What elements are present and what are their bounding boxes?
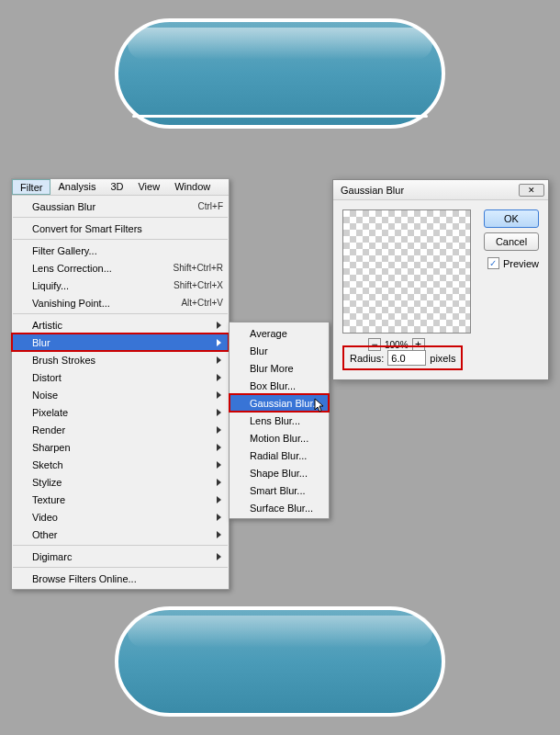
- filter-menu: Filter Analysis 3D View Window Gaussian …: [11, 178, 230, 590]
- menu-blur[interactable]: Blur: [12, 334, 229, 351]
- separator: [13, 239, 228, 240]
- submenu-blur-more[interactable]: Blur More: [230, 359, 329, 377]
- radius-input[interactable]: [387, 350, 426, 366]
- menu-other[interactable]: Other: [12, 526, 229, 543]
- dialog-body: OK Cancel ✓ Preview − 100% + Radius: pix…: [333, 200, 548, 379]
- separator: [13, 217, 228, 218]
- menubar-3d[interactable]: 3D: [103, 179, 130, 195]
- gaussian-blur-dialog: Gaussian Blur ✕ OK Cancel ✓ Preview − 10…: [332, 179, 549, 380]
- menubar-view[interactable]: View: [130, 179, 167, 195]
- menu-sketch[interactable]: Sketch: [12, 456, 229, 473]
- glossy-pill-button-top: [115, 18, 445, 129]
- preview-checkbox-row: ✓ Preview: [487, 257, 539, 269]
- close-icon: ✕: [528, 186, 535, 195]
- radius-row: Radius: pixels: [342, 345, 463, 370]
- menu-body: Gaussian BlurCtrl+F Convert for Smart Fi…: [12, 196, 229, 589]
- menu-stylize[interactable]: Stylize: [12, 473, 229, 491]
- menu-brush-strokes[interactable]: Brush Strokes: [12, 351, 229, 368]
- menubar-filter[interactable]: Filter: [12, 179, 50, 195]
- menu-vanishing-point[interactable]: Vanishing Point...Alt+Ctrl+V: [12, 294, 229, 311]
- separator: [13, 313, 228, 314]
- menubar-window[interactable]: Window: [167, 179, 218, 195]
- radius-unit: pixels: [430, 353, 455, 364]
- menu-texture[interactable]: Texture: [12, 491, 229, 508]
- submenu-blur[interactable]: Blur: [230, 342, 329, 359]
- menu-convert-smart-filters[interactable]: Convert for Smart Filters: [12, 220, 229, 237]
- preview-area[interactable]: [342, 209, 471, 334]
- menu-lens-correction[interactable]: Lens Correction...Shift+Ctrl+R: [12, 259, 229, 277]
- menu-browse-filters[interactable]: Browse Filters Online...: [12, 570, 229, 587]
- menu-pixelate[interactable]: Pixelate: [12, 403, 229, 421]
- close-button[interactable]: ✕: [519, 184, 544, 197]
- submenu-average[interactable]: Average: [230, 324, 329, 342]
- dialog-title: Gaussian Blur: [341, 185, 404, 196]
- menu-video[interactable]: Video: [12, 508, 229, 526]
- menu-render[interactable]: Render: [12, 421, 229, 438]
- menu-distort[interactable]: Distort: [12, 368, 229, 386]
- separator: [13, 545, 228, 546]
- submenu-box-blur[interactable]: Box Blur...: [230, 377, 329, 394]
- ok-button[interactable]: OK: [484, 209, 539, 228]
- menu-artistic[interactable]: Artistic: [12, 316, 229, 334]
- submenu-radial-blur[interactable]: Radial Blur...: [230, 447, 329, 464]
- submenu-surface-blur[interactable]: Surface Blur...: [230, 499, 329, 516]
- menu-sharpen[interactable]: Sharpen: [12, 438, 229, 456]
- submenu-motion-blur[interactable]: Motion Blur...: [230, 429, 329, 447]
- submenu-lens-blur[interactable]: Lens Blur...: [230, 412, 329, 429]
- menu-digimarc[interactable]: Digimarc: [12, 548, 229, 565]
- submenu-smart-blur[interactable]: Smart Blur...: [230, 481, 329, 499]
- submenu-shape-blur[interactable]: Shape Blur...: [230, 464, 329, 481]
- separator: [13, 567, 228, 568]
- blur-submenu: Average Blur Blur More Box Blur... Gauss…: [229, 322, 330, 519]
- preview-label: Preview: [503, 258, 539, 269]
- radius-label: Radius:: [350, 353, 384, 364]
- cancel-button[interactable]: Cancel: [484, 232, 539, 251]
- preview-checkbox[interactable]: ✓: [487, 257, 499, 269]
- menu-noise[interactable]: Noise: [12, 386, 229, 403]
- submenu-gaussian-blur[interactable]: Gaussian Blur...: [230, 394, 329, 412]
- glossy-pill-button-bottom: [115, 606, 445, 717]
- menu-gaussian-blur-last[interactable]: Gaussian BlurCtrl+F: [12, 198, 229, 215]
- dialog-titlebar[interactable]: Gaussian Blur ✕: [333, 180, 548, 200]
- menubar: Filter Analysis 3D View Window: [12, 179, 229, 196]
- menu-liquify[interactable]: Liquify...Shift+Ctrl+X: [12, 277, 229, 294]
- menubar-analysis[interactable]: Analysis: [50, 179, 103, 195]
- menu-filter-gallery[interactable]: Filter Gallery...: [12, 242, 229, 259]
